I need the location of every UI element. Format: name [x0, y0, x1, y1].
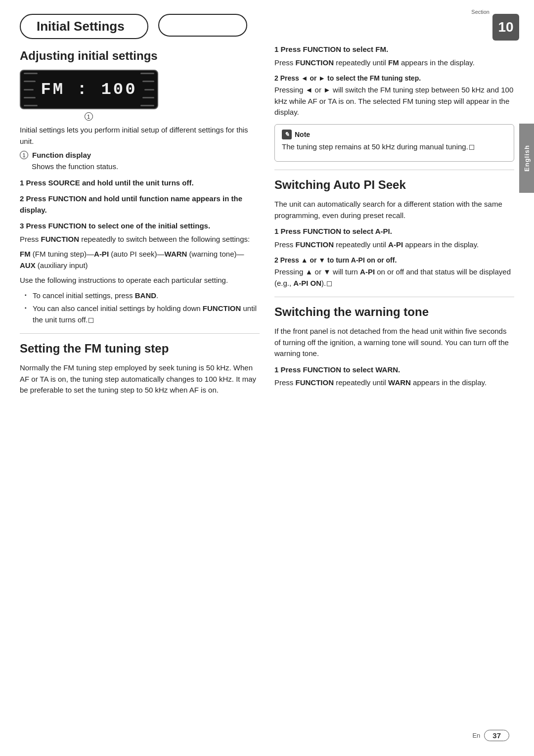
warn-intro: If the front panel is not detached from … — [274, 326, 514, 359]
api-step1-heading: 1 Press FUNCTION to select A-PI. — [274, 226, 514, 237]
footer-en-label: En — [472, 732, 480, 739]
bullet-item-1: To cancel initial settings, press BAND. — [25, 290, 260, 302]
display-text: FM : 100 — [41, 80, 137, 99]
display-deco-right — [139, 71, 154, 108]
step1-heading: 1 Press SOURCE and hold until the unit t… — [20, 178, 260, 189]
fm-step2-heading: 2 Press ◄ or ► to select the FM tuning s… — [274, 73, 514, 84]
left-column: Adjusting initial settings FM : 100 1 I — [20, 44, 260, 400]
step3-heading: 3 Press FUNCTION to select one of the in… — [20, 221, 260, 232]
end-square-2 — [469, 145, 474, 150]
note-text: The tuning step remains at 50 kHz during… — [282, 141, 507, 153]
end-square-1 — [89, 318, 93, 323]
adjusting-heading: Adjusting initial settings — [20, 49, 260, 63]
footer-page-number: 37 — [484, 730, 509, 741]
fm-tuning-heading: Setting the FM tuning step — [20, 342, 260, 356]
fm-display: FM : 100 — [20, 70, 158, 109]
function-display-label: Function display — [32, 151, 91, 159]
fm-intro: Normally the FM tuning step employed by … — [20, 362, 260, 396]
warn-step1-desc: Press FUNCTION repeatedly until WARN app… — [274, 377, 514, 389]
auto-pi-intro: The unit can automatically search for a … — [274, 199, 514, 221]
warn-step1-heading: 1 Press FUNCTION to select WARN. — [274, 364, 514, 376]
warn-heading: Switching the warning tone — [274, 305, 514, 319]
fm-step1-heading: 1 Press FUNCTION to select FM. — [274, 44, 514, 55]
page-title: Initial Settings — [20, 14, 148, 39]
section-number-box: 10 — [492, 14, 519, 41]
auto-pi-heading: Switching Auto PI Seek — [274, 178, 514, 192]
display-caption: 1 — [20, 112, 158, 121]
footer: En 37 — [0, 730, 534, 741]
display-deco-left — [24, 71, 39, 108]
api-step2-desc: Pressing ▲ or ▼ will turn A-PI on or off… — [274, 267, 514, 289]
step2-heading: 2 Press FUNCTION and hold until function… — [20, 193, 260, 216]
end-square-3 — [327, 281, 332, 286]
intro-text: Initial settings lets you perform initia… — [20, 125, 260, 147]
fm-step2-desc: Pressing ◄ or ► will switch the FM tunin… — [274, 85, 514, 118]
note-icon: ✎ — [282, 130, 292, 139]
fm-step1-desc: Press FUNCTION repeatedly until FM appea… — [274, 57, 514, 69]
function-display-desc: Shows the function status. — [32, 161, 260, 173]
right-column: 1 Press FUNCTION to select FM. Press FUN… — [274, 44, 514, 400]
step3-settings: FM (FM tuning step)—A-PI (auto PI seek)—… — [20, 249, 260, 271]
header: Initial Settings — [0, 0, 534, 39]
english-sidebar: English — [519, 124, 534, 193]
api-step2-heading: 2 Press ▲ or ▼ to turn A-PI on or off. — [274, 255, 514, 266]
main-content: Adjusting initial settings FM : 100 1 I — [0, 44, 534, 400]
step3-desc: Press FUNCTION repeatedly to switch betw… — [20, 234, 260, 245]
note-label: Note — [295, 131, 310, 138]
section-label: Section — [471, 9, 490, 15]
api-step1-desc: Press FUNCTION repeatedly until A-PI app… — [274, 239, 514, 251]
note-box: ✎ Note The tuning step remains at 50 kHz… — [274, 124, 514, 162]
divider-1 — [20, 333, 260, 334]
bullet-item-2: You can also cancel initial settings by … — [25, 303, 260, 325]
circled-1b: 1 — [20, 151, 28, 159]
circled-1: 1 — [85, 112, 93, 121]
step3-desc2: Use the following instructions to operat… — [20, 275, 260, 286]
bullet-list: To cancel initial settings, press BAND. … — [25, 290, 260, 326]
divider-2 — [274, 170, 514, 170]
function-display-label-row: 1 Function display — [20, 151, 260, 159]
divider-3 — [274, 297, 514, 297]
header-tab2 — [158, 14, 247, 37]
note-header: ✎ Note — [282, 130, 507, 139]
